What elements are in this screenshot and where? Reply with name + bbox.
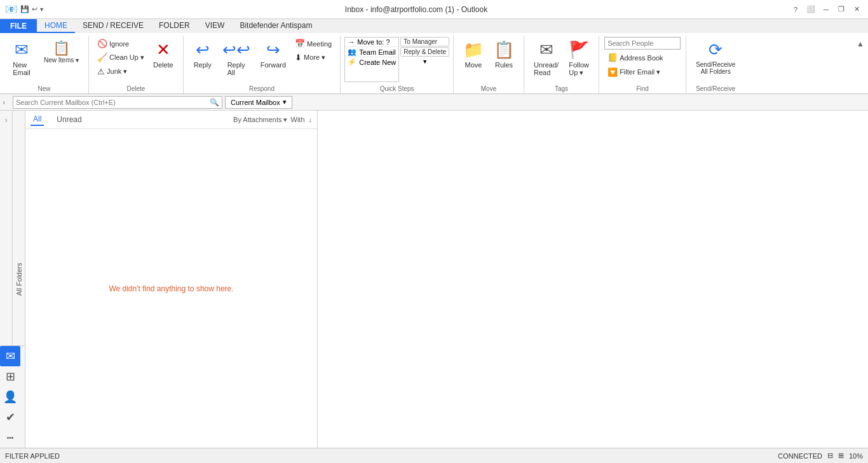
restore-button[interactable]: ⬜: [804, 3, 817, 16]
respond-col2: 📅 Meeting ⬇ More ▾: [292, 37, 335, 64]
tab-folder[interactable]: FOLDER: [151, 19, 198, 33]
delete-col1: 🚫 Ignore 🧹 Clean Up ▾ ⚠ Junk ▾: [94, 37, 147, 78]
help-button[interactable]: ?: [789, 3, 802, 16]
follow-up-button[interactable]: 🚩 FollowUp ▾: [564, 37, 593, 80]
ribbon-collapse-area: ▲: [853, 36, 868, 93]
junk-label: Junk ▾: [107, 67, 127, 76]
more-label: More ▾: [304, 53, 325, 62]
ribbon-group-send-receive-label: Send/Receive: [689, 83, 742, 93]
reply-all-label: ReplyAll: [227, 61, 245, 76]
current-mailbox-button[interactable]: Current Mailbox ▾: [225, 96, 292, 109]
ribbon-group-new-content: ✉ NewEmail 📋 New Items ▾: [3, 36, 86, 83]
reply-all-button[interactable]: ↩↩ ReplyAll: [218, 37, 255, 79]
nav-people-button[interactable]: 👤: [0, 387, 20, 407]
close-button[interactable]: ✕: [850, 3, 863, 16]
move-to-icon: →: [348, 38, 355, 46]
ribbon-collapse-button[interactable]: ▲: [855, 38, 865, 50]
ribbon-group-tags-content: ✉ Unread/Read 🚩 FollowUp ▾: [527, 36, 596, 83]
quick-step-team-email[interactable]: 👥 Team Email: [345, 47, 398, 57]
file-tab[interactable]: FILE: [0, 19, 37, 33]
tab-bitdefender[interactable]: Bitdefender Antispam: [232, 19, 320, 33]
view-icon-2[interactable]: ⊞: [838, 452, 844, 460]
quick-steps-scroll-down[interactable]: ▼: [400, 57, 449, 66]
create-new-label: Create New: [359, 59, 396, 66]
search-people-input[interactable]: [607, 38, 677, 48]
reply-button[interactable]: ↩ Reply: [189, 37, 217, 72]
nav-tasks-button[interactable]: ✔: [0, 407, 20, 427]
rules-icon: 📋: [494, 40, 514, 60]
send-receive-all-button[interactable]: ⟳ Send/ReceiveAll Folders: [691, 37, 740, 78]
reply-delete-button[interactable]: Reply & Delete: [400, 47, 449, 57]
ribbon-group-move: 📁 Move 📋 Rules Move: [454, 36, 524, 93]
ribbon-group-find-label: Find: [602, 83, 683, 93]
filter-email-label: Filter Email ▾: [620, 68, 660, 76]
quick-step-move-to[interactable]: → Move to: ?: [345, 38, 398, 47]
ribbon-group-new-label: New: [3, 83, 86, 93]
more-icon: ⬇: [295, 53, 302, 62]
ignore-button[interactable]: 🚫 Ignore: [94, 37, 147, 50]
expand-arrow-icon[interactable]: ›: [5, 116, 8, 125]
delete-button[interactable]: ✕ Delete: [149, 37, 178, 72]
address-book-button[interactable]: 📒 Address Book: [604, 51, 666, 64]
forward-button[interactable]: ↪ Forward: [256, 37, 290, 72]
ribbon-group-send-receive: ⟳ Send/ReceiveAll Folders Send/Receive: [686, 36, 745, 93]
move-button[interactable]: 📁 Move: [459, 37, 488, 72]
with-arrow-icon: ↓: [309, 116, 313, 123]
search-expand-icon: ›: [3, 98, 5, 107]
ribbon-group-move-label: Move: [456, 83, 521, 93]
team-email-icon: 👥: [348, 48, 356, 56]
nav-more-icon: •••: [7, 434, 14, 441]
ignore-icon: 🚫: [97, 39, 107, 48]
ribbon-group-quick-steps-label: Quick Steps: [343, 83, 451, 93]
search-current-mailbox-input[interactable]: [16, 99, 210, 106]
team-email-label: Team Email: [359, 48, 395, 56]
filter-tab-all[interactable]: All: [31, 113, 44, 126]
nav-calendar-button[interactable]: ⊞: [0, 366, 20, 387]
title-bar-left-icons: 📧 💾 ↩ ▾: [5, 3, 43, 15]
nav-mail-button[interactable]: ✉: [0, 346, 20, 366]
clean-up-button[interactable]: 🧹 Clean Up ▾: [94, 51, 147, 64]
unread-read-button[interactable]: ✉ Unread/Read: [529, 37, 563, 79]
ribbon-group-tags-label: Tags: [527, 83, 596, 93]
to-manager-button[interactable]: To Manager: [400, 37, 449, 46]
sort-by-attachments-button[interactable]: By Attachments ▾: [233, 116, 287, 124]
tab-home[interactable]: HOME: [37, 19, 75, 33]
rules-label: Rules: [495, 61, 513, 69]
tab-send-receive[interactable]: SEND / RECEIVE: [75, 19, 151, 33]
window-controls: ? ⬜ ─ ❐ ✕: [789, 3, 863, 16]
maximize-button[interactable]: ❐: [835, 3, 848, 16]
window-title: Inbox - info@atrportfolio.com (1) - Outl…: [43, 5, 789, 14]
minimize-button[interactable]: ─: [820, 3, 832, 16]
ribbon-group-send-receive-content: ⟳ Send/ReceiveAll Folders: [689, 36, 742, 83]
reply-delete-label: Reply & Delete: [403, 48, 446, 55]
to-manager-label: To Manager: [403, 38, 437, 45]
mail-list-header: All Unread By Attachments ▾ With ↓: [25, 111, 317, 129]
new-items-button[interactable]: 📋 New Items ▾: [39, 37, 83, 67]
ribbon-group-tags: ✉ Unread/Read 🚩 FollowUp ▾ Tags: [524, 36, 599, 93]
quick-access-undo-icon[interactable]: ↩: [32, 5, 37, 13]
filter-tab-unread[interactable]: Unread: [54, 114, 84, 125]
quick-access-save-icon[interactable]: 💾: [20, 5, 29, 13]
tab-view[interactable]: VIEW: [198, 19, 233, 33]
outlook-logo-icon: 📧: [5, 3, 18, 15]
connected-status: CONNECTED: [778, 452, 822, 460]
view-icon-1[interactable]: ⊟: [827, 452, 833, 460]
quick-step-create-new[interactable]: ⚡ Create New: [345, 57, 398, 67]
rules-button[interactable]: 📋 Rules: [489, 37, 519, 72]
status-bar: FILTER APPLIED CONNECTED ⊟ ⊞ 10%: [0, 448, 868, 463]
new-items-icon: 📋: [53, 40, 70, 57]
filter-email-button[interactable]: 🔽 Filter Email ▾: [604, 66, 663, 79]
nav-more-button[interactable]: •••: [0, 427, 20, 448]
sort-controls: By Attachments ▾ With ↓: [233, 116, 312, 124]
meeting-button[interactable]: 📅 Meeting: [292, 37, 335, 50]
create-new-icon: ⚡: [348, 58, 356, 66]
move-icon: 📁: [463, 40, 484, 60]
junk-button[interactable]: ⚠ Junk ▾: [94, 65, 147, 78]
search-bar: › 🔍 Current Mailbox ▾: [0, 94, 868, 111]
more-button[interactable]: ⬇ More ▾: [292, 51, 335, 64]
mail-empty-message: We didn't find anything to show here.: [25, 129, 317, 448]
ribbon-group-delete-content: 🚫 Ignore 🧹 Clean Up ▾ ⚠ Junk ▾ ✕ Delete: [92, 36, 180, 83]
send-receive-icon: ⟳: [709, 40, 722, 60]
all-folders-label: All Folders: [15, 263, 23, 296]
new-email-button[interactable]: ✉ NewEmail: [5, 37, 38, 79]
